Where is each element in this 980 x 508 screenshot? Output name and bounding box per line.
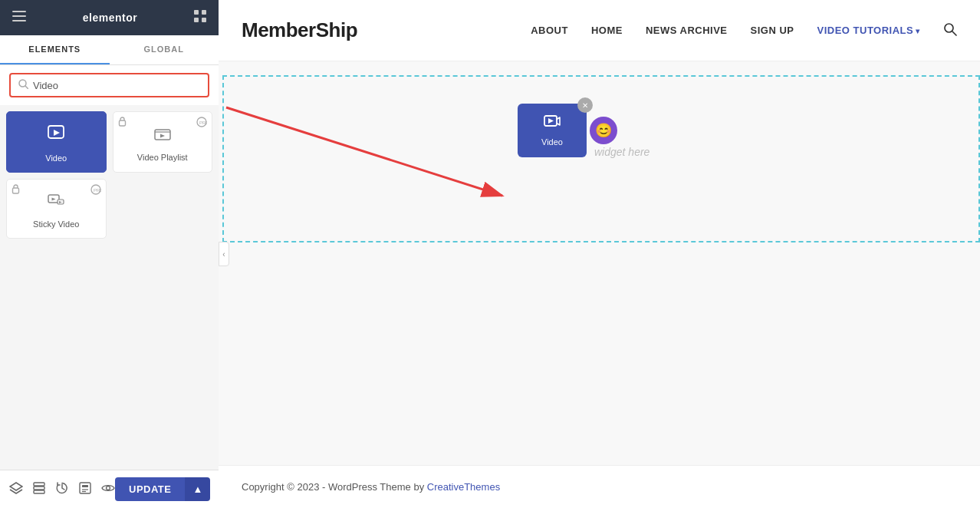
lock-icon-sticky	[12, 184, 20, 196]
nav-about[interactable]: ABOUT	[531, 25, 568, 36]
nav-sign-up[interactable]: SIGN UP	[751, 25, 794, 36]
history-icon[interactable]	[55, 481, 69, 498]
footer-link[interactable]: CreativeThemes	[427, 481, 500, 493]
svg-rect-5	[194, 18, 199, 22]
stack-icon[interactable]	[32, 481, 46, 498]
svg-marker-10	[54, 130, 60, 136]
panel-tabs: ELEMENTS GLOBAL	[0, 35, 219, 65]
search-input[interactable]	[33, 80, 200, 91]
footer-copyright: Copyright © 2023 - WordPress Theme by	[242, 481, 427, 493]
site-logo: MemberShip	[242, 18, 357, 42]
svg-rect-3	[194, 10, 199, 15]
search-nav-icon[interactable]	[943, 22, 957, 39]
tab-global[interactable]: GLOBAL	[110, 35, 219, 64]
widget-sticky-video[interactable]: PRO Sticky Video	[6, 179, 107, 239]
collapse-panel-handle[interactable]: ‹	[219, 242, 229, 266]
video-widget-card-label: Video	[541, 137, 563, 147]
update-arrow-button[interactable]: ▲	[185, 477, 210, 501]
widget-sticky-video-label: Sticky Video	[33, 219, 79, 229]
svg-rect-24	[34, 487, 44, 490]
site-header: MemberShip ABOUT HOME NEWS ARCHIVE SIGN …	[219, 0, 980, 61]
drop-text: widget here	[594, 146, 649, 158]
video-playlist-icon	[154, 125, 171, 147]
layers-icon[interactable]	[9, 481, 23, 498]
pro-badge-sticky: PRO	[90, 184, 101, 196]
search-input-wrapper	[9, 73, 209, 97]
grid-icon[interactable]	[194, 10, 206, 25]
widget-video-playlist[interactable]: PRO Video Playlist	[113, 111, 213, 173]
svg-rect-1	[12, 15, 26, 17]
svg-rect-2	[12, 20, 26, 21]
tab-elements[interactable]: ELEMENTS	[0, 35, 110, 64]
svg-line-36	[226, 107, 502, 196]
widget-video-playlist-label: Video Playlist	[137, 153, 188, 162]
svg-rect-25	[34, 490, 44, 493]
svg-marker-15	[160, 134, 165, 138]
svg-line-32	[952, 31, 956, 35]
search-icon	[18, 79, 28, 91]
main-content: MemberShip ABOUT HOME NEWS ARCHIVE SIGN …	[219, 0, 980, 508]
update-group: UPDATE ▲	[115, 477, 210, 501]
footer-icons	[9, 481, 115, 498]
elementor-panel: elementor ELEMENTS GLOBAL	[0, 0, 219, 508]
eye-icon[interactable]	[101, 481, 115, 498]
video-card-icon	[544, 115, 561, 133]
svg-text:PRO: PRO	[199, 120, 207, 125]
svg-rect-4	[202, 10, 206, 15]
app-title: elementor	[83, 12, 137, 24]
svg-marker-34	[548, 118, 554, 124]
template-icon[interactable]	[78, 481, 92, 498]
pro-badge: PRO	[196, 117, 207, 129]
nav-home[interactable]: HOME	[591, 25, 623, 36]
svg-rect-14	[155, 130, 170, 140]
svg-rect-6	[202, 18, 206, 22]
svg-rect-11	[119, 120, 125, 126]
video-play-icon	[47, 124, 65, 147]
drop-zone	[222, 75, 980, 242]
video-widget-container: Video ✕	[518, 104, 587, 157]
widgets-grid: Video PRO	[0, 105, 219, 470]
svg-rect-27	[82, 485, 88, 487]
widget-close-button[interactable]: ✕	[577, 97, 593, 113]
site-footer: Copyright © 2023 - WordPress Theme by Cr…	[219, 465, 980, 508]
emoji-bubble: 😊	[590, 117, 617, 144]
svg-point-30	[107, 486, 110, 490]
lock-icon	[118, 117, 127, 128]
widget-video[interactable]: Video	[6, 111, 107, 173]
nav-video-tutorials[interactable]: VIDEO TUTORIALS	[817, 25, 921, 36]
search-area	[0, 65, 219, 105]
svg-marker-20	[52, 198, 56, 201]
video-widget-card[interactable]: Video	[518, 104, 587, 157]
panel-header: elementor	[0, 0, 219, 35]
svg-rect-23	[34, 483, 44, 486]
svg-line-8	[25, 86, 28, 89]
canvas-area[interactable]: Video ✕ 😊 widget here	[219, 61, 980, 465]
widget-video-label: Video	[45, 153, 67, 163]
panel-footer: UPDATE ▲	[0, 470, 219, 508]
nav-news-archive[interactable]: NEWS ARCHIVE	[646, 25, 728, 36]
sticky-video-icon	[48, 192, 64, 213]
svg-point-31	[945, 24, 953, 32]
svg-rect-0	[12, 11, 26, 12]
svg-rect-16	[13, 188, 19, 193]
update-button[interactable]: UPDATE	[115, 477, 185, 501]
site-nav: ABOUT HOME NEWS ARCHIVE SIGN UP VIDEO TU…	[388, 22, 957, 39]
hamburger-icon[interactable]	[12, 11, 26, 25]
svg-text:PRO: PRO	[94, 188, 101, 193]
